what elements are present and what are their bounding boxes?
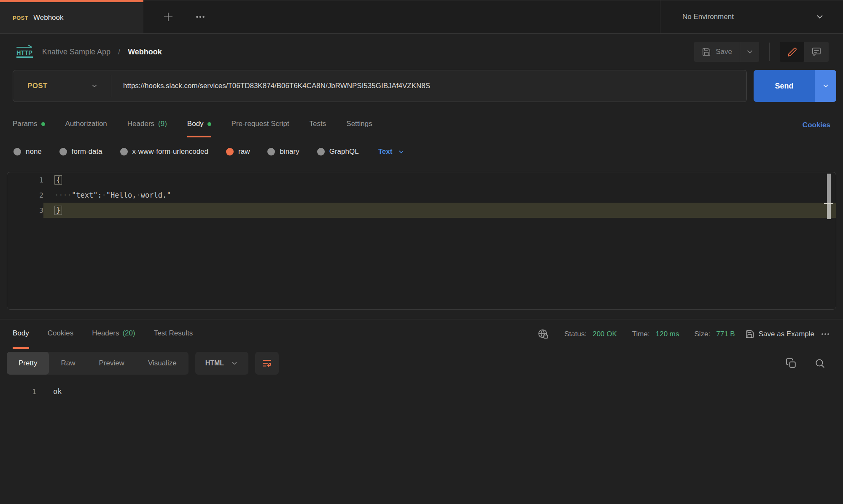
raw-type-label: Text [378, 147, 393, 156]
editor-line-content: } [43, 203, 836, 218]
response-section: Body Cookies Headers (20) Test Results [0, 319, 843, 504]
search-response-icon[interactable] [814, 358, 825, 369]
response-more-options-icon[interactable] [820, 329, 830, 339]
save-button-group: Save [694, 42, 759, 62]
response-tab-cookies[interactable]: Cookies [48, 319, 73, 349]
globe-lock-icon[interactable] [537, 328, 549, 340]
edit-request-button[interactable] [780, 42, 804, 62]
tab-settings-label: Settings [346, 120, 372, 128]
url-bar: POST https://hooks.slack.com/services/T0… [13, 70, 747, 102]
editor-line: 1 { [7, 172, 836, 188]
http-request-icon: HTTP [14, 44, 35, 59]
postman-app: POST Webhook No Environment [0, 0, 843, 504]
body-mode-none[interactable]: none [13, 147, 42, 156]
environment-selector[interactable]: No Environment [660, 0, 843, 33]
tab-settings[interactable]: Settings [346, 113, 372, 137]
view-tab-visualize[interactable]: Visualize [136, 352, 189, 375]
editor-line-content: ····"text":·"Hello,·world." [43, 188, 836, 203]
tab-headers-label: Headers [127, 120, 154, 128]
editor-overview-ruler [824, 172, 833, 309]
body-mode-form-data-label: form-data [72, 147, 102, 156]
response-tab-test-results[interactable]: Test Results [154, 319, 193, 349]
save-as-example-label: Save as Example [759, 330, 814, 338]
response-tab-headers[interactable]: Headers (20) [92, 319, 135, 349]
view-tab-preview[interactable]: Preview [87, 352, 136, 375]
tab-params-label: Params [13, 120, 38, 128]
radio-icon [120, 148, 128, 155]
breadcrumb-request-name[interactable]: Webhook [128, 48, 162, 56]
raw-type-select[interactable]: Text [378, 147, 405, 156]
breadcrumb-separator: / [118, 48, 120, 56]
size-value: 771 B [716, 330, 735, 338]
response-tab-headers-label: Headers [92, 329, 119, 338]
response-meta: Status: 200 OK Time: 120 ms Size: 771 B … [537, 319, 830, 349]
request-tabs-row: Params Authorization Headers (9) Body Pr… [0, 113, 843, 137]
pencil-icon [787, 47, 797, 57]
save-icon [745, 330, 754, 339]
save-button[interactable]: Save [694, 42, 740, 62]
response-line: 1 ok [0, 383, 843, 399]
wrap-text-icon [261, 358, 272, 369]
tab-params[interactable]: Params [13, 113, 45, 137]
response-format-label: HTML [205, 359, 224, 367]
editor-line-active: 3 } [7, 203, 836, 218]
tab-body[interactable]: Body [187, 113, 211, 137]
body-mode-binary[interactable]: binary [267, 147, 299, 156]
response-line-text: ok [36, 387, 62, 396]
request-url-row: POST https://hooks.slack.com/services/T0… [0, 70, 843, 102]
tab-tests-label: Tests [310, 120, 326, 128]
body-mode-graphql-label: GraphQL [329, 147, 359, 156]
body-mode-raw[interactable]: raw [226, 147, 250, 156]
open-request-tab[interactable]: POST Webhook [0, 0, 143, 33]
request-tabstrip: POST Webhook No Environment [0, 0, 843, 34]
chevron-down-icon [231, 359, 238, 367]
breadcrumb-collection[interactable]: Knative Sample App [42, 48, 110, 56]
edit-comment-group [780, 42, 829, 62]
send-options-caret[interactable] [815, 70, 836, 102]
time-value: 120 ms [656, 330, 679, 338]
response-toolbar: Pretty Raw Preview Visualize HTML [0, 349, 843, 378]
request-header-row: HTTP Knative Sample App / Webhook Save [0, 34, 843, 70]
method-select[interactable]: POST [13, 82, 111, 90]
params-data-dot [41, 122, 45, 126]
url-input[interactable]: https://hooks.slack.com/services/T06TD83… [111, 82, 430, 90]
body-mode-graphql[interactable]: GraphQL [317, 147, 359, 156]
save-options-caret[interactable] [740, 42, 759, 62]
response-body-viewer[interactable]: 1 ok [0, 378, 843, 504]
view-tab-raw[interactable]: Raw [49, 352, 87, 375]
radio-selected-icon [226, 148, 234, 155]
body-mode-raw-label: raw [238, 147, 250, 156]
tab-headers[interactable]: Headers (9) [127, 113, 167, 137]
body-mode-form-data[interactable]: form-data [59, 147, 102, 156]
tab-more-options-icon[interactable] [195, 11, 206, 22]
view-tab-pretty[interactable]: Pretty [7, 352, 49, 375]
cookies-link[interactable]: Cookies [803, 121, 830, 129]
comments-button[interactable] [804, 42, 829, 62]
save-as-example-button[interactable]: Save as Example [745, 330, 814, 339]
body-mode-row: none form-data x-www-form-urlencoded raw… [0, 141, 843, 163]
environment-label: No Environment [682, 13, 734, 21]
new-tab-plus-icon[interactable] [162, 11, 175, 23]
send-button[interactable]: Send [754, 70, 815, 102]
editor-line: 2 ····"text":·"Hello,·world." [7, 188, 836, 203]
tab-title: Webhook [33, 13, 64, 22]
copy-response-icon[interactable] [786, 358, 797, 369]
response-tab-body[interactable]: Body [13, 319, 29, 349]
response-tabs-row: Body Cookies Headers (20) Test Results [0, 319, 843, 349]
body-mode-urlencoded[interactable]: x-www-form-urlencoded [120, 147, 208, 156]
tab-pre-request-script-label: Pre-request Script [232, 120, 289, 128]
radio-icon [267, 148, 275, 155]
method-label: POST [27, 82, 48, 90]
request-body-editor[interactable]: 1 { 2 ····"text":·"Hello,·world." 3 } [7, 172, 836, 310]
response-tab-body-label: Body [13, 329, 29, 338]
status-label: Status: [564, 330, 587, 338]
wrap-text-button[interactable] [255, 352, 279, 375]
tab-tests[interactable]: Tests [310, 113, 326, 137]
response-tab-cookies-label: Cookies [48, 329, 73, 338]
tab-pre-request-script[interactable]: Pre-request Script [232, 113, 289, 137]
response-format-select[interactable]: HTML [195, 352, 248, 375]
editor-line-content: { [43, 172, 836, 188]
tab-authorization[interactable]: Authorization [65, 113, 107, 137]
chevron-down-icon [398, 148, 405, 155]
save-icon [702, 47, 711, 56]
